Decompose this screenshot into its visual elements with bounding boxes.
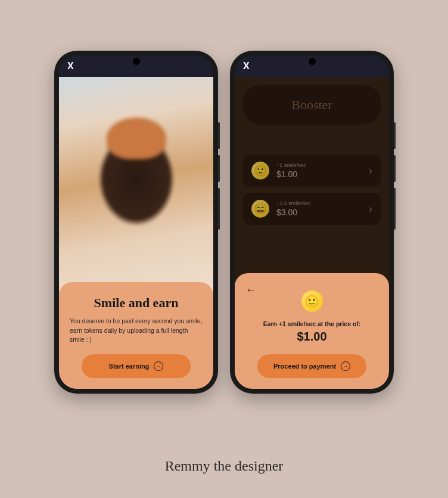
phone-mockup-left: X Smile and earn You deserve to be paid … [54,51,218,394]
phone-mockup-right: X Booster 🙂 +1 smile/sec $1.00 › 😄 [230,51,394,394]
checkout-price: $1.00 [245,330,378,344]
close-button[interactable]: X [67,61,74,72]
boost-option[interactable]: 😄 +3.5 smile/sec $3.00 › [243,193,381,225]
close-button[interactable]: X [243,61,250,72]
boost-price: $1.00 [276,169,362,179]
cta-label: Proceed to payment [273,363,336,370]
booster-title: Booster [255,97,369,113]
proceed-payment-button[interactable]: Proceed to payment [257,354,366,378]
card-title: Smile and earn [70,295,203,311]
smile-wave-icon: 🙂 [301,290,323,312]
boost-rate: +1 smile/sec [276,162,362,168]
card-body: You deserve to be paid every second you … [70,317,203,345]
cta-label: Start earning [109,363,150,370]
boost-rate: +3.5 smile/sec [276,200,362,206]
chevron-right-icon: › [369,203,372,215]
onboarding-card: Smile and earn You deserve to be paid ev… [59,282,213,389]
checkout-description: Earn +1 smile/sec at the price of: [245,320,378,327]
checkout-sheet: ← 🙂 Earn +1 smile/sec at the price of: $… [235,273,389,389]
grin-icon: 😄 [251,200,269,218]
designer-signature: Remmy the designer [165,458,284,474]
arrow-right-icon [154,361,163,371]
boost-price: $3.00 [276,208,362,217]
smile-wave-icon: 🙂 [251,162,269,180]
booster-header: Booster [243,85,381,125]
camera-notch [133,58,140,65]
back-button[interactable]: ← [245,284,256,296]
arrow-right-icon [341,361,350,371]
boost-option[interactable]: 🙂 +1 smile/sec $1.00 › [243,154,381,187]
start-earning-button[interactable]: Start earning [82,354,191,378]
hero-image [59,77,213,304]
chevron-right-icon: › [369,165,372,177]
camera-notch [309,58,316,65]
